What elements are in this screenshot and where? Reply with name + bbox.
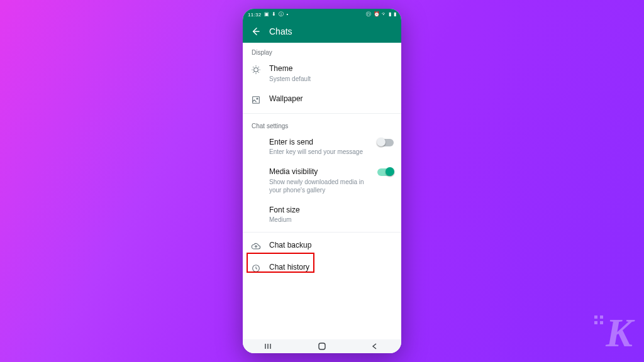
section-header-display: Display (243, 43, 401, 58)
svg-rect-4 (319, 343, 325, 349)
wallpaper-icon (250, 94, 262, 105)
divider (243, 232, 401, 233)
row-title: Chat backup (269, 241, 394, 251)
history-icon (250, 263, 262, 273)
row-subtitle: Enter key will send your message (269, 148, 370, 156)
divider (243, 113, 401, 114)
status-notif-dot: • (286, 12, 288, 17)
row-title: Font size (269, 206, 394, 216)
status-wifi-icon: ᯤ (382, 12, 387, 17)
nav-recents-button[interactable] (250, 343, 288, 350)
toggle-media-visibility[interactable] (377, 168, 394, 176)
svg-point-2 (257, 98, 258, 99)
section-header-chat-settings: Chat settings (243, 116, 401, 132)
row-subtitle: Medium (269, 216, 394, 224)
content-area: Display Theme System default Wallpaper C… (243, 43, 401, 339)
toggle-enter-is-send[interactable] (377, 139, 394, 146)
status-battery-icon: ▮ (394, 12, 396, 17)
svg-point-0 (254, 68, 258, 72)
app-bar: Chats (243, 20, 401, 43)
nav-back-button[interactable] (356, 343, 394, 350)
phone-frame: 11:32 ▣ ⬇ ⓘ • ⓝ ⏰ ᯤ ▮ ▮ Chats Display Th… (243, 9, 401, 353)
row-chat-history[interactable]: Chat history (243, 257, 401, 279)
status-alarm-icon: ⏰ (374, 12, 380, 17)
row-chat-backup[interactable]: Chat backup (243, 235, 401, 257)
cloud-upload-icon (250, 241, 262, 251)
android-nav-bar (243, 339, 401, 353)
nav-home-button[interactable] (303, 342, 341, 351)
row-title: Enter is send (269, 138, 370, 148)
row-subtitle: Show newly downloaded media in your phon… (269, 178, 370, 194)
status-bar: 11:32 ▣ ⬇ ⓘ • ⓝ ⏰ ᯤ ▮ ▮ (243, 9, 401, 20)
row-title: Chat history (269, 263, 394, 273)
page-title: Chats (269, 26, 292, 36)
row-title: Wallpaper (269, 94, 394, 104)
status-signal-icon: ▮ (389, 12, 391, 17)
row-media-visibility[interactable]: Media visibility Show newly downloaded m… (243, 162, 401, 200)
theme-icon (250, 64, 262, 75)
row-wallpaper[interactable]: Wallpaper (243, 89, 401, 111)
row-enter-is-send[interactable]: Enter is send Enter key will send your m… (243, 132, 401, 162)
svg-rect-1 (253, 96, 260, 103)
row-title: Media visibility (269, 167, 370, 177)
row-title: Theme (269, 64, 394, 74)
row-font-size[interactable]: Font size Medium (243, 200, 401, 230)
status-nfc-icon: ⓝ (366, 12, 371, 17)
back-icon[interactable] (250, 26, 260, 36)
status-notif-icon: ⓘ (279, 12, 284, 17)
watermark-logo: K (606, 313, 633, 353)
row-subtitle: System default (269, 75, 394, 83)
status-notif-icon: ⬇ (272, 12, 276, 17)
status-time: 11:32 (248, 12, 262, 18)
row-theme[interactable]: Theme System default (243, 58, 401, 89)
status-notif-icon: ▣ (264, 12, 269, 17)
